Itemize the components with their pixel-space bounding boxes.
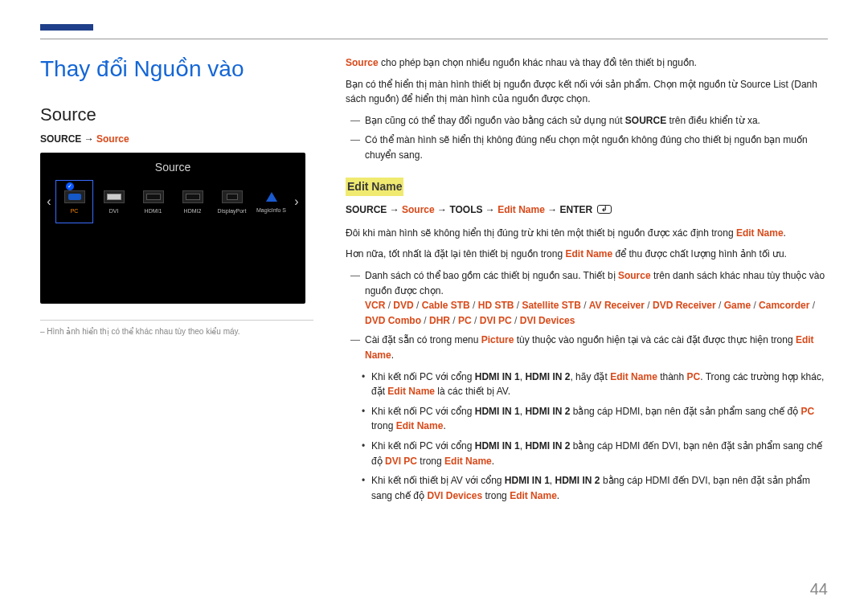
separator: / (514, 300, 522, 311)
osd-item-hdmi2[interactable]: HDMI2 (174, 180, 211, 223)
bullet-item: Khi kết nối PC với cổng HDMI IN 1, HDMI … (346, 370, 828, 399)
dash-item: Cài đặt sẵn có trong menu Picture tùy th… (346, 333, 828, 362)
osd-row: ‹ ✓ PC DVI HDMI1 (40, 180, 305, 223)
separator: / (809, 300, 815, 311)
bullet-item: Khi kết nối PC với cổng HDMI IN 1, HDMI … (346, 439, 828, 468)
separator: / (512, 315, 520, 326)
device-option: PC (458, 315, 472, 326)
bullet-item: Khi kết nối PC với cổng HDMI IN 1, HDMI … (346, 404, 828, 434)
device-option: Cable STB (422, 300, 470, 311)
device-option: Satellite STB (522, 300, 580, 311)
device-option: DVI PC (480, 315, 512, 326)
osd-label: PC (71, 208, 79, 214)
separator: / (421, 315, 429, 326)
magicinfo-icon (264, 191, 279, 202)
dash-item: Danh sách có thể bao gồm các thiết bị ng… (346, 268, 828, 328)
hdmi-icon (182, 190, 203, 203)
device-option: Camcorder (759, 300, 809, 311)
intro-paragraph: Source cho phép bạn chọn nhiều nguồn khá… (346, 55, 828, 71)
device-option: HD STB (478, 300, 514, 311)
device-option: DVD Combo (365, 315, 421, 326)
osd-list: ✓ PC DVI HDMI1 (55, 180, 291, 223)
source-osd: Source ‹ ✓ PC DVI (40, 153, 305, 304)
source-path: SOURCE → Source (40, 133, 313, 145)
device-option: DVI Devices (520, 315, 575, 326)
osd-item-displayport[interactable]: DisplayPort (213, 180, 251, 223)
osd-prev[interactable]: ‹ (43, 194, 55, 209)
enter-icon (597, 205, 612, 214)
separator: / (472, 315, 480, 326)
device-option: VCR (365, 300, 385, 311)
dp-icon (222, 190, 243, 203)
osd-label: HDMI2 (184, 208, 202, 214)
path-arrow: → (81, 133, 96, 145)
osd-label: HDMI1 (145, 208, 162, 214)
paragraph: Bạn có thể hiển thị màn hình thiết bị ng… (346, 77, 828, 107)
separator: / (450, 315, 458, 326)
osd-item-dvi[interactable]: DVI (95, 180, 133, 223)
right-column: Source cho phép bạn chọn nhiều nguồn khá… (346, 55, 828, 509)
path-source-key: SOURCE (40, 133, 81, 145)
separator: / (385, 300, 393, 311)
vga-icon (64, 190, 85, 203)
device-list: VCR / DVD / Cable STB / HD STB / Satelli… (365, 298, 828, 328)
osd-title: Source (40, 157, 305, 180)
bullet-item: Khi kết nối thiết bị AV với cổng HDMI IN… (346, 473, 828, 503)
paragraph: Đôi khi màn hình sẽ không hiển thị đúng … (346, 226, 828, 241)
device-option: AV Receiver (589, 300, 645, 311)
edit-name-path: SOURCE → Source → TOOLS → Edit Name → EN… (346, 202, 828, 218)
svg-marker-0 (266, 192, 277, 202)
osd-item-pc[interactable]: ✓ PC (55, 180, 93, 223)
separator: / (581, 300, 589, 311)
osd-label: DVI (109, 208, 119, 214)
separator: / (414, 300, 422, 311)
dash-item: Bạn cũng có thể thay đổi nguồn vào bằng … (346, 113, 828, 129)
separator: / (645, 300, 653, 311)
osd-label: DisplayPort (218, 208, 247, 214)
header-accent (40, 24, 93, 31)
device-option: DVD (393, 300, 413, 311)
osd-label: MagicInfo S (256, 207, 286, 213)
dash-item: Có thể màn hình sẽ hiển thị không đúng n… (346, 133, 828, 162)
left-divider (40, 320, 313, 321)
device-option: Game (724, 300, 751, 311)
page-title: Thay đổi Nguồn vào (40, 55, 313, 82)
page-number: 44 (810, 580, 828, 599)
osd-next[interactable]: › (291, 194, 302, 209)
dash-list: Bạn cũng có thể thay đổi nguồn vào bằng … (346, 113, 828, 163)
hdmi-icon (143, 190, 164, 203)
separator: / (470, 300, 478, 311)
header-divider (40, 39, 828, 39)
subheading-edit-name: Edit Name (346, 178, 403, 197)
kw-source-key: SOURCE (625, 115, 666, 126)
page: Thay đổi Nguồn vào Source SOURCE → Sourc… (0, 0, 868, 525)
device-option: DHR (429, 315, 450, 326)
dvi-icon (104, 190, 125, 203)
path-source-value: Source (96, 133, 129, 145)
separator: / (751, 300, 759, 311)
osd-item-hdmi1[interactable]: HDMI1 (134, 180, 172, 223)
osd-item-magicinfo[interactable]: MagicInfo S (252, 180, 290, 223)
separator: / (716, 300, 724, 311)
dash-list: Danh sách có thể bao gồm các thiết bị ng… (346, 268, 828, 363)
paragraph: Hơn nữa, tốt nhất là đặt lại tên thiết b… (346, 247, 828, 262)
check-icon: ✓ (66, 182, 74, 190)
left-column: Thay đổi Nguồn vào Source SOURCE → Sourc… (40, 55, 313, 509)
columns: Thay đổi Nguồn vào Source SOURCE → Sourc… (40, 55, 828, 509)
device-option: DVD Receiver (653, 300, 716, 311)
kw-source: Source (346, 57, 379, 68)
section-title: Source (40, 104, 313, 125)
bullet-list: Khi kết nối PC với cổng HDMI IN 1, HDMI … (346, 370, 828, 504)
left-note: – Hình ảnh hiển thị có thể khác nhau tùy… (40, 327, 313, 336)
